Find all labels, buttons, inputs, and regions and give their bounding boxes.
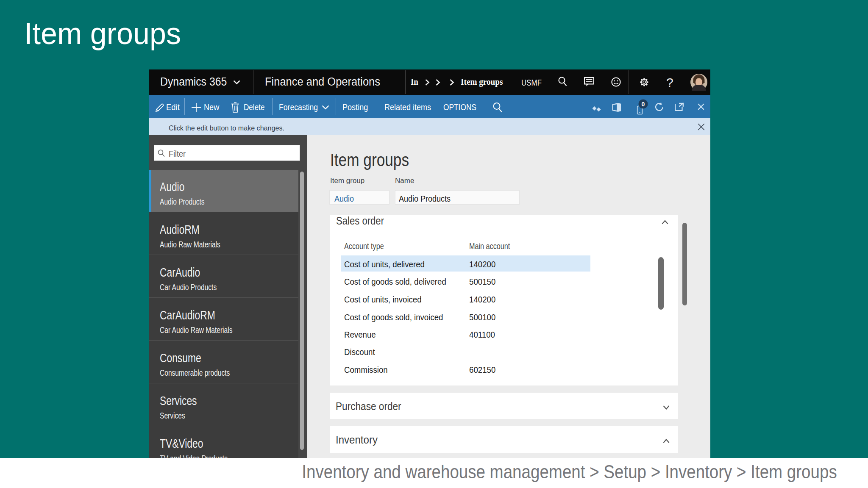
svg-text:0: 0 <box>642 101 645 108</box>
